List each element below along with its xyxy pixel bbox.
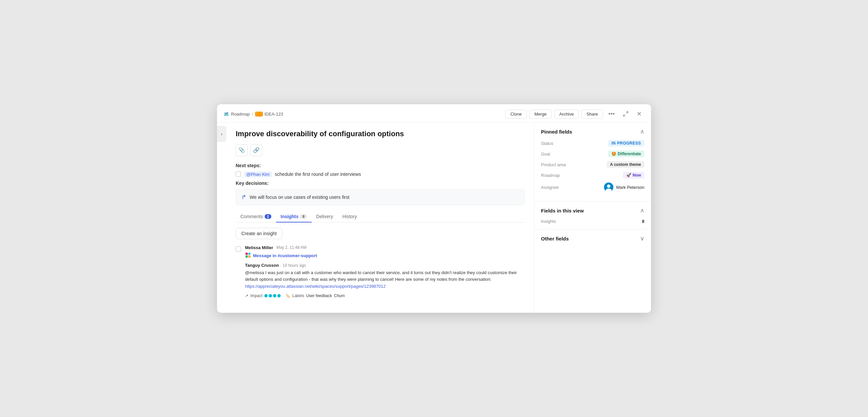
impact-dot-4 <box>277 294 281 298</box>
more-options-button[interactable]: ••• <box>606 109 617 119</box>
goal-badge[interactable]: 🤩 Differentiate <box>608 150 644 157</box>
slack-icon <box>245 252 251 259</box>
merge-button[interactable]: Merge <box>529 110 552 118</box>
decision-icon: ↱ <box>241 194 246 201</box>
assignee-label: Assignee <box>541 185 571 190</box>
avatar <box>604 182 613 192</box>
comment-url[interactable]: https://appreciateyou.atlassian.net/wiki… <box>245 284 386 289</box>
roadmap-emoji: 🚀 <box>626 173 631 177</box>
decision-text: We will focus on use cases of existing u… <box>250 195 349 200</box>
insights-label: Insights <box>541 219 571 224</box>
tab-history[interactable]: History <box>338 211 362 222</box>
tab-insights[interactable]: Insights 8 <box>276 211 312 222</box>
other-fields-title: Other fields <box>541 236 569 241</box>
attach-button[interactable]: 📎 <box>236 144 248 156</box>
impact-dot-1 <box>264 294 268 298</box>
tab-comments-label: Comments <box>240 214 263 219</box>
labels-row: 🏷️ Labels User feedback Churn <box>285 293 345 298</box>
idea-breadcrumb: 🟠 IDEA-123 <box>255 112 283 116</box>
clone-button[interactable]: Clone <box>505 110 527 118</box>
roadmap-badge[interactable]: 🚀 Now <box>623 172 644 178</box>
idea-id: IDEA-123 <box>264 112 283 116</box>
comment-author: Tanguy Crusson <box>245 263 279 268</box>
comment-header: Tanguy Crusson · 10 hours ago <box>245 262 525 268</box>
insights-count: 8 <box>642 219 644 224</box>
modal-container: 🗺️ Roadmap / 🟠 IDEA-123 Clone Merge Arch… <box>217 104 651 313</box>
fields-in-view-collapse-button[interactable]: ∧ <box>640 207 644 214</box>
comment-time: 10 hours ago <box>283 263 306 268</box>
insight-checkbox[interactable] <box>236 246 241 252</box>
breadcrumb-separator: / <box>252 112 253 116</box>
product-area-value-container: A custom theme <box>607 161 644 168</box>
insight-source-link[interactable]: Message in #customer-support <box>253 253 317 258</box>
key-decisions-label: Key decisions: <box>236 180 525 186</box>
impact-dot-2 <box>269 294 272 298</box>
sidebar-toggle-button[interactable]: › <box>217 126 226 142</box>
goal-field-row: Goal 🤩 Differentiate <box>541 150 644 157</box>
roadmap-field-row: Roadmap 🚀 Now <box>541 172 644 178</box>
product-area-badge[interactable]: A custom theme <box>607 161 644 168</box>
insight-body: Melissa Miller May 2, 11:48 AM <box>245 245 525 298</box>
breadcrumb: 🗺️ Roadmap / 🟠 IDEA-123 <box>224 112 283 116</box>
svg-rect-5 <box>248 255 251 257</box>
tab-comments-badge: 2 <box>265 214 271 219</box>
insight-author: Melissa Miller <box>245 245 273 250</box>
assignee-name: Mark Peterson <box>616 185 644 190</box>
tab-insights-badge: 8 <box>300 214 307 219</box>
impact-dot-3 <box>273 294 276 298</box>
svg-rect-4 <box>246 255 248 257</box>
svg-rect-2 <box>246 252 248 255</box>
modal-header: 🗺️ Roadmap / 🟠 IDEA-123 Clone Merge Arch… <box>217 104 651 123</box>
expand-button[interactable] <box>620 110 631 118</box>
next-steps-label: Next steps: <box>236 163 525 168</box>
other-fields-section: Other fields ∨ <box>534 230 651 247</box>
goal-label: Goal <box>541 151 571 157</box>
impact-dots <box>264 294 281 298</box>
task-checkbox[interactable] <box>236 172 241 177</box>
pinned-fields-header: Pinned fields ∧ <box>541 128 644 135</box>
tab-history-label: History <box>342 214 357 219</box>
tab-delivery[interactable]: Delivery <box>312 211 338 222</box>
svg-point-7 <box>607 184 610 188</box>
close-button[interactable]: ✕ <box>634 109 644 119</box>
fields-in-view-header: Fields in this view ∧ <box>541 207 644 214</box>
tab-delivery-label: Delivery <box>316 214 333 219</box>
roadmap-label: Roadmap <box>231 112 250 116</box>
archive-button[interactable]: Archive <box>554 110 579 118</box>
tab-comments[interactable]: Comments 2 <box>236 211 276 222</box>
status-label: Status <box>541 141 571 146</box>
modal-body: › Improve discoverability of configurati… <box>217 123 651 313</box>
share-button[interactable]: Share <box>581 110 603 118</box>
product-area-field-row: Product area A custom theme <box>541 161 644 168</box>
assignee-field-row: Assignee Mark Peterson <box>541 182 644 192</box>
task-text: schedule the first round of user intervi… <box>275 172 361 177</box>
insight-footer: ↗ Impact 🏷️ Labels <box>245 293 525 298</box>
status-field-row: Status IN PROGRESS <box>541 140 644 146</box>
main-content: Improve discoverability of configuration… <box>226 123 534 313</box>
tab-insights-label: Insights <box>281 214 299 219</box>
impact-label: Impact <box>250 293 262 298</box>
right-sidebar: Pinned fields ∧ Status IN PROGRESS Goal … <box>534 123 651 313</box>
link-button[interactable]: 🔗 <box>250 144 262 156</box>
insight-entry: Melissa Miller May 2, 11:48 AM <box>236 245 525 298</box>
impact-row: ↗ Impact <box>245 293 281 298</box>
svg-line-0 <box>626 112 628 113</box>
pinned-fields-collapse-button[interactable]: ∧ <box>640 128 644 135</box>
task-item: @Phan Kim schedule the first round of us… <box>236 172 525 177</box>
status-badge[interactable]: IN PROGRESS <box>608 140 644 146</box>
pinned-fields-title: Pinned fields <box>541 129 572 135</box>
create-insight-button[interactable]: Create an insight <box>236 228 282 239</box>
assignee-value-container: Mark Peterson <box>604 182 644 192</box>
goal-emoji: 🤩 <box>611 151 616 156</box>
roadmap-value-container: 🚀 Now <box>623 172 644 178</box>
roadmap-icon: 🗺️ <box>224 112 229 116</box>
labels-label: Labels <box>292 293 304 298</box>
decision-box: ↱ We will focus on use cases of existing… <box>236 189 525 205</box>
goal-value-container: 🤩 Differentiate <box>608 150 644 157</box>
goal-value: Differentiate <box>618 151 641 156</box>
status-value-container: IN PROGRESS <box>608 140 644 146</box>
insight-source: Message in #customer-support <box>245 252 525 259</box>
avatar-icon <box>604 182 613 192</box>
other-fields-expand-button[interactable]: ∨ <box>640 235 644 242</box>
idea-badge: 🟠 <box>255 112 263 116</box>
